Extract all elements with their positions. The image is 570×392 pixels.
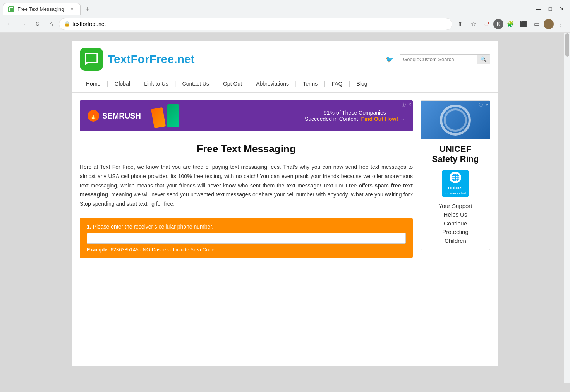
toolbar: ← → ↻ ⌂ 🔒 ⬆ ☆ 🛡 K 🧩 ⬛ ▭ ⋮ bbox=[0, 15, 570, 33]
scrollbar-thumb[interactable] bbox=[565, 33, 569, 57]
tab-favicon bbox=[8, 6, 14, 12]
step-number: 1. bbox=[87, 224, 91, 230]
logo-area: TextForFree.net bbox=[80, 48, 195, 71]
nav-item-abbreviations[interactable]: Abbreviations bbox=[250, 75, 295, 92]
new-tab-button[interactable]: + bbox=[82, 4, 93, 15]
ad-banner: 🔥 SEMRUSH 91% of These Companies Succeed… bbox=[80, 100, 413, 131]
nav-item-home[interactable]: Home bbox=[80, 75, 106, 92]
ad-info-icon: ⓘ bbox=[402, 102, 406, 108]
shield-icon[interactable]: 🛡 bbox=[480, 18, 493, 30]
ad-text2-span: Succeeded in Content. bbox=[305, 116, 360, 122]
site-navigation: Home | Global | Link to Us | Contact Us … bbox=[72, 75, 498, 93]
example-label: Example: bbox=[87, 247, 109, 253]
article-title: Free Text Messaging bbox=[80, 143, 413, 155]
close-button[interactable]: ✕ bbox=[557, 4, 567, 14]
phone-form-step: 1. Please enter the receiver’s cellular … bbox=[87, 224, 406, 230]
article-intro: Here at Text For Free, we know that you … bbox=[80, 164, 413, 189]
ad-text2: Succeeded in Content. Find Out How! → bbox=[305, 116, 405, 122]
nav-item-global[interactable]: Global bbox=[108, 75, 136, 92]
unicef-logo-sub: for every child bbox=[445, 191, 466, 195]
nav-item-faq[interactable]: FAQ bbox=[325, 75, 349, 92]
example-area-code: Include Area Code bbox=[173, 247, 215, 253]
nav-item-blog[interactable]: Blog bbox=[350, 75, 374, 92]
tab-title: Free Text Messaging bbox=[17, 6, 65, 12]
address-bar[interactable]: 🔒 bbox=[59, 18, 452, 30]
toolbar-actions: ⬆ ☆ 🛡 K 🧩 ⬛ ▭ ⋮ bbox=[454, 18, 567, 30]
browser-chrome: Free Text Messaging × + — □ ✕ ← → ↻ ⌂ 🔒 … bbox=[0, 0, 570, 33]
unicef-title: UNICEF Safety Ring bbox=[426, 144, 485, 165]
nav-item-link-to-us[interactable]: Link to Us bbox=[138, 75, 174, 92]
minimize-button[interactable]: — bbox=[534, 4, 544, 14]
menu-icon[interactable]: ⋮ bbox=[555, 18, 567, 30]
title-bar: Free Text Messaging × + — □ ✕ bbox=[0, 0, 570, 15]
search-bar[interactable]: Google 🔍 bbox=[400, 54, 490, 64]
nav-item-opt-out[interactable]: Opt Out bbox=[217, 75, 248, 92]
phone-form-box: 1. Please enter the receiver’s cellular … bbox=[80, 218, 413, 258]
facebook-icon[interactable]: f bbox=[369, 54, 379, 65]
media-icon[interactable]: ⬛ bbox=[517, 18, 530, 30]
support-line4: Protecting bbox=[426, 228, 485, 237]
avatar[interactable] bbox=[544, 19, 554, 29]
sidebar-ad: ⓘ × UNICEF Safety Ring 🌐 unicef for ever… bbox=[421, 100, 490, 250]
support-line2: Helps Us bbox=[426, 210, 485, 219]
search-submit-button[interactable]: 🔍 bbox=[477, 55, 490, 64]
nav-list: Home | Global | Link to Us | Contact Us … bbox=[80, 75, 490, 92]
search-bar-inner: Google bbox=[400, 55, 477, 64]
article-end: , meaning we will never send you unwante… bbox=[80, 191, 413, 207]
phone-number-input[interactable] bbox=[87, 233, 406, 244]
sidebar-ad-info: ⓘ bbox=[479, 102, 483, 108]
google-label: Google bbox=[403, 57, 419, 62]
split-view-icon[interactable]: ▭ bbox=[531, 18, 543, 30]
search-input[interactable] bbox=[419, 57, 474, 62]
example-no-dashes: · NO Dashes · bbox=[140, 247, 172, 253]
ad-cta[interactable]: Find Out How! bbox=[361, 116, 398, 122]
window-controls: — □ ✕ bbox=[534, 4, 567, 14]
ad-text1: 91% of These Companies bbox=[305, 110, 405, 116]
support-line3: Continue bbox=[426, 219, 485, 228]
maximize-button[interactable]: □ bbox=[545, 4, 555, 14]
semrush-flame: 🔥 bbox=[88, 110, 99, 122]
unicef-globe-icon: 🌐 bbox=[450, 172, 461, 183]
refresh-button[interactable]: ↻ bbox=[31, 18, 43, 30]
back-button[interactable]: ← bbox=[3, 18, 15, 30]
main-content: 🔥 SEMRUSH 91% of These Companies Succeed… bbox=[72, 93, 498, 266]
support-line5: Children bbox=[426, 237, 485, 246]
scrollbar[interactable] bbox=[564, 33, 570, 383]
site-header: TextForFree.net f 🐦 Google 🔍 bbox=[72, 41, 498, 75]
content-left: 🔥 SEMRUSH 91% of These Companies Succeed… bbox=[80, 100, 413, 258]
article-body: Here at Text For Free, we know that you … bbox=[80, 163, 413, 209]
sidebar-ad-body: UNICEF Safety Ring 🌐 unicef for every ch… bbox=[421, 139, 490, 250]
ad-close-button[interactable]: × bbox=[409, 102, 411, 107]
forward-button[interactable]: → bbox=[17, 18, 29, 30]
step-link[interactable]: Please enter the receiver’s cellular pho… bbox=[93, 224, 214, 230]
star-icon[interactable]: ☆ bbox=[467, 18, 479, 30]
sidebar-support-text: Your Support Helps Us Continue Protectin… bbox=[426, 202, 485, 246]
nav-item-contact-us[interactable]: Contact Us bbox=[176, 75, 215, 92]
profile-icon[interactable]: K bbox=[493, 19, 503, 29]
twitter-icon[interactable]: 🐦 bbox=[384, 54, 395, 65]
support-line1: Your Support bbox=[426, 202, 485, 211]
share-icon[interactable]: ⬆ bbox=[454, 18, 466, 30]
active-tab[interactable]: Free Text Messaging × bbox=[3, 3, 81, 15]
url-input[interactable] bbox=[72, 21, 447, 27]
header-right: f 🐦 Google 🔍 bbox=[369, 54, 490, 65]
phone-example: Example: 6236385145 · NO Dashes · Includ… bbox=[87, 247, 406, 253]
sidebar-ad-image: ⓘ × bbox=[421, 101, 490, 139]
tab-strip: Free Text Messaging × + bbox=[3, 3, 534, 15]
semrush-logo: 🔥 SEMRUSH bbox=[88, 110, 141, 122]
content-right: ⓘ × UNICEF Safety Ring 🌐 unicef for ever… bbox=[421, 100, 490, 258]
home-button[interactable]: ⌂ bbox=[45, 18, 57, 30]
nav-item-terms[interactable]: Terms bbox=[297, 75, 324, 92]
sidebar-ad-close[interactable]: × bbox=[486, 102, 488, 107]
extensions-icon[interactable]: 🧩 bbox=[504, 18, 517, 30]
lock-icon: 🔒 bbox=[64, 21, 70, 27]
unicef-title-line2: Safety Ring bbox=[426, 154, 485, 164]
unicef-logo: 🌐 unicef for every child bbox=[442, 170, 469, 197]
example-number: 6236385145 bbox=[110, 247, 138, 253]
site-logo[interactable] bbox=[80, 48, 103, 71]
unicef-logo-text: unicef bbox=[448, 185, 463, 191]
page-background: TextForFree.net f 🐦 Google 🔍 Home | Glo bbox=[0, 33, 570, 392]
site-name[interactable]: TextForFree.net bbox=[108, 53, 195, 66]
unicef-title-line1: UNICEF bbox=[426, 144, 485, 154]
tab-close-button[interactable]: × bbox=[69, 6, 76, 13]
